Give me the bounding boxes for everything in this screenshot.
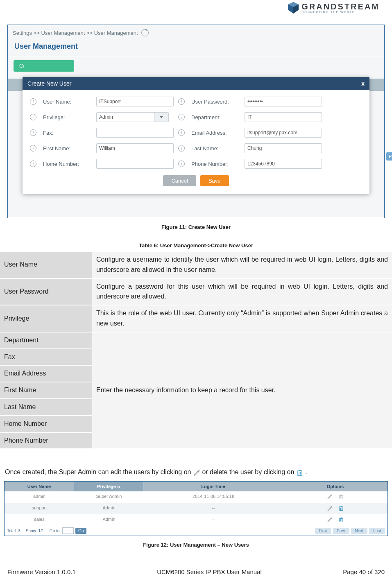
pager-first-button[interactable]: First [315,528,331,534]
row-user-name-label: User Name [0,252,92,278]
pager-goto-input[interactable] [62,527,74,534]
info-icon[interactable]: i [30,98,36,105]
delete-icon [338,494,344,500]
privilege-select[interactable]: Admin [96,112,169,122]
info-icon[interactable]: i [30,161,36,167]
row-user-password-desc: Configure a password for this user which… [92,278,392,305]
col-privilege[interactable]: Privilege⊘ [74,482,144,491]
brand-name: GRANDSTREAM [301,2,380,11]
prev-button-partial[interactable]: Pre [386,152,392,161]
cell-priv: Admin [74,514,144,526]
email-input[interactable] [245,128,322,138]
figure-12-box: User Name Privilege⊘ Login Time Options … [4,481,388,536]
info-icon[interactable]: i [30,129,36,136]
cancel-button[interactable]: Cancel [163,175,196,186]
user-list-header: User Name Privilege⊘ Login Time Options [5,482,387,491]
row-last-name-label: Last Name [0,399,92,416]
cell-login: -- [144,514,283,526]
info-icon[interactable]: i [178,161,185,167]
table-6: User Name Configure a username to identi… [0,252,392,449]
phone-number-label: Phone Number: [191,161,240,167]
chevron-down-icon [154,113,168,122]
privilege-label: Privilege: [43,114,92,120]
footer-manual-title: UCM6200 Series IP PBX User Manual [157,568,262,575]
figure-11-caption: Figure 11: Create New User [0,224,392,230]
pager-prev-button[interactable]: Prev [333,528,349,534]
last-name-input[interactable] [245,143,322,153]
user-list-row: salesAdmin-- [5,514,387,526]
cell-user: admin [5,491,74,503]
pager-next-button[interactable]: Next [351,528,368,534]
user-name-input[interactable] [96,97,174,106]
department-label: Department: [191,114,240,120]
cell-login: -- [144,503,283,514]
row-privilege-desc: This is the role of the web UI user. Cur… [92,305,392,332]
info-icon[interactable]: i [30,114,36,120]
info-icon[interactable]: i [178,98,185,105]
first-name-input[interactable] [96,143,174,153]
user-password-label: User Password: [191,99,240,105]
phone-number-input[interactable] [245,159,322,169]
pager-total: Total: 3 [7,529,20,533]
cell-priv: Admin [74,503,144,514]
fax-input[interactable] [96,128,174,138]
row-home-number-label: Home Number [0,416,92,432]
col-user-name[interactable]: User Name [5,482,74,491]
user-list-row: adminSuper Admin2014-11-06 14:55:18 [5,491,387,503]
user-name-label: User Name: [43,99,92,105]
breadcrumb: Settings >> User Management >> User Mana… [8,25,384,41]
edit-icon[interactable] [327,517,333,523]
trash-delete-icon [296,469,304,476]
fax-label: Fax: [43,130,92,136]
brand-logo: GRANDSTREAM CONNECTING THE WORLD [288,2,380,14]
create-new-user-modal: Create New User x i User Name: i User Pa… [23,77,369,194]
col-options: Options [283,482,387,491]
svg-rect-1 [340,495,343,499]
breadcrumb-text: Settings >> User Management >> User Mana… [13,30,138,36]
first-name-label: First Name: [43,145,92,152]
save-button[interactable]: Save [200,175,229,186]
page-header: GRANDSTREAM CONNECTING THE WORLD [0,0,392,16]
pager-go-button[interactable]: Go [75,528,86,534]
pager-last-button[interactable]: Last [369,528,385,534]
home-number-label: Home Number: [43,161,92,167]
svg-rect-3 [340,518,343,522]
delete-icon[interactable] [338,505,344,512]
info-icon[interactable]: i [30,145,36,152]
para-part1: Once created, the Super Admin can edit t… [5,468,193,475]
create-user-button-partial[interactable]: Cr [14,60,74,72]
privilege-value: Admin [97,114,116,120]
row-group-desc: Enter the necessary information to keep … [92,332,392,449]
row-user-password-label: User Password [0,278,92,305]
info-icon[interactable]: i [178,145,185,152]
home-number-input[interactable] [96,159,174,169]
department-input[interactable] [245,112,322,122]
col-login-time[interactable]: Login Time [144,482,283,491]
info-icon[interactable]: i [178,129,185,136]
section-title: User Management [9,41,383,56]
edit-icon[interactable] [327,494,333,500]
user-list-row: supportAdmin-- [5,503,387,514]
background-pager-stub: Pre [386,152,392,161]
cell-user: sales [5,514,74,526]
figure-12-caption: Figure 12: User Management – New Users [0,542,392,548]
row-department-label: Department [0,332,92,349]
para-part3: . [305,468,307,475]
instruction-paragraph: Once created, the Super Admin can edit t… [5,467,388,477]
pager-bar: Total: 3 Show: 1/1 Go to: Go First Prev … [5,526,387,536]
user-password-input[interactable] [245,97,322,106]
refresh-icon[interactable] [141,29,149,36]
close-icon[interactable]: x [361,80,365,87]
email-label: Email Address: [191,130,240,136]
footer-firmware: Firmware Version 1.0.0.1 [7,568,76,575]
cell-user: support [5,503,74,514]
brand-mark-icon [288,2,299,14]
row-phone-number-label: Phone Number [0,432,92,449]
sort-indicator-icon: ⊘ [117,485,120,489]
edit-icon[interactable] [327,505,333,512]
delete-icon[interactable] [338,517,344,523]
cell-priv: Super Admin [74,491,144,503]
info-icon[interactable]: i [178,114,185,120]
row-first-name-label: First Name [0,382,92,399]
table-6-caption: Table 6: User Management->Create New Use… [0,242,392,249]
